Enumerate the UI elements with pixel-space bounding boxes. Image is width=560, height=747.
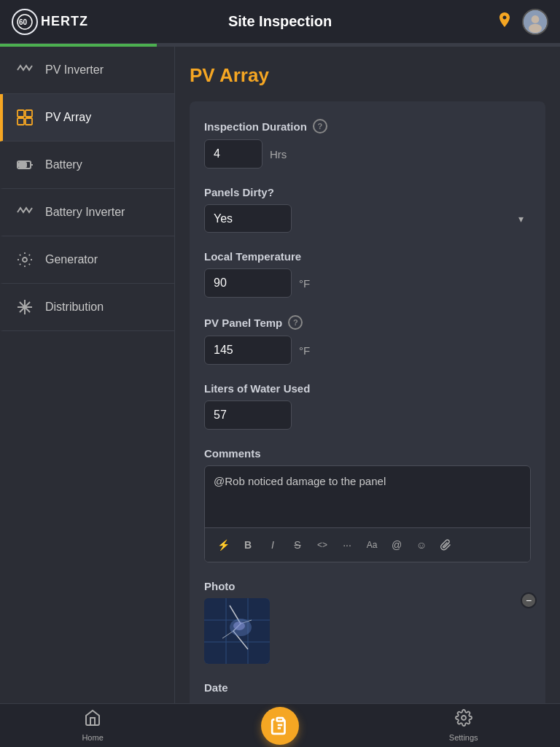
nav-item-settings[interactable]: Settings xyxy=(449,709,478,742)
main-content: PV Array Inspection Duration ? Hrs Panel… xyxy=(175,47,560,703)
field-photo: Photo xyxy=(204,580,531,664)
chevron-down-icon: ▾ xyxy=(518,213,524,225)
distribution-icon xyxy=(15,297,35,317)
field-label-date: Date xyxy=(204,681,531,694)
toolbar-font-button[interactable]: Aa xyxy=(361,534,383,556)
toolbar-bolt-button[interactable]: ⚡ xyxy=(212,534,234,556)
page-title: PV Array xyxy=(190,64,545,87)
svg-rect-7 xyxy=(18,118,24,125)
svg-point-3 xyxy=(532,15,540,23)
field-inspection-duration: Inspection Duration ? Hrs xyxy=(204,119,531,169)
toolbar-attach-button[interactable] xyxy=(435,534,457,556)
field-row-inspection-duration: Hrs xyxy=(204,139,531,169)
svg-rect-11 xyxy=(19,163,26,167)
field-panels-dirty: Panels Dirty? Yes No ▾ xyxy=(204,186,531,233)
field-liters-water: Liters of Water Used xyxy=(204,382,531,430)
svg-rect-8 xyxy=(26,118,32,125)
comments-box: @Rob noticed damage to the panel ⚡ B I S… xyxy=(204,465,531,562)
svg-rect-28 xyxy=(277,718,284,721)
field-label-liters-water: Liters of Water Used xyxy=(204,382,531,395)
svg-rect-6 xyxy=(26,110,32,117)
toolbar-emoji-button[interactable]: ☺ xyxy=(411,534,432,556)
photo-container: − xyxy=(204,598,531,664)
sidebar-item-pv-inverter[interactable]: PV Inverter xyxy=(0,47,174,94)
page-header-title: Site Inspection xyxy=(228,13,332,30)
field-label-pv-panel-temp: PV Panel Temp ? xyxy=(204,315,531,330)
main-layout: PV Inverter PV Array Batter xyxy=(0,47,560,703)
sidebar-item-label: Battery xyxy=(45,158,82,171)
sidebar-item-pv-array[interactable]: PV Array xyxy=(0,94,174,142)
app-header: 60 HERTZ Site Inspection xyxy=(0,0,560,44)
panels-dirty-select-wrapper: Yes No ▾ xyxy=(204,204,531,233)
toolbar-code-button[interactable]: <> xyxy=(311,534,333,556)
sidebar-item-battery-inverter[interactable]: Battery Inverter xyxy=(0,189,174,236)
field-local-temperature: Local Temperature °F xyxy=(204,250,531,298)
sidebar-item-label: PV Inverter xyxy=(45,63,104,77)
pv-inverter-icon xyxy=(15,60,35,80)
toolbar-strikethrough-button[interactable]: S xyxy=(287,534,308,556)
help-icon-pv-panel-temp[interactable]: ? xyxy=(288,315,303,330)
svg-point-23 xyxy=(233,622,245,630)
field-label-panels-dirty: Panels Dirty? xyxy=(204,186,531,198)
comments-textarea[interactable]: @Rob noticed damage to the panel xyxy=(205,466,530,525)
toolbar-bold-button[interactable]: B xyxy=(237,534,259,556)
generator-icon xyxy=(15,249,35,270)
local-temperature-input[interactable] xyxy=(204,268,292,298)
sidebar-item-label: Battery Inverter xyxy=(45,206,125,219)
field-row-liters-water xyxy=(204,400,531,430)
help-icon-inspection[interactable]: ? xyxy=(313,119,327,133)
battery-inverter-icon xyxy=(15,202,35,222)
nav-label-settings: Settings xyxy=(449,733,478,742)
svg-point-4 xyxy=(529,23,542,32)
field-row-local-temperature: °F xyxy=(204,268,531,298)
photo-thumbnail xyxy=(204,598,270,664)
sidebar-item-battery[interactable]: Battery xyxy=(0,142,174,189)
header-actions xyxy=(496,9,548,35)
field-label-comments: Comments xyxy=(204,447,531,460)
bottom-nav: Home Sites Settings xyxy=(0,703,560,747)
location-icon[interactable] xyxy=(496,11,513,33)
home-icon xyxy=(84,709,101,731)
battery-icon xyxy=(15,155,35,175)
nav-item-home[interactable]: Home xyxy=(82,709,103,742)
sidebar-item-label: Distribution xyxy=(45,301,104,314)
sidebar-item-distribution[interactable]: Distribution xyxy=(0,284,174,331)
toolbar-more-button[interactable]: ··· xyxy=(336,534,358,556)
remove-photo-button[interactable]: − xyxy=(521,592,537,608)
sidebar-item-generator[interactable]: Generator xyxy=(0,236,174,284)
toolbar-italic-button[interactable]: I xyxy=(262,534,284,556)
svg-text:60: 60 xyxy=(19,18,28,26)
field-label-inspection-duration: Inspection Duration ? xyxy=(204,119,531,133)
logo-text: HERTZ xyxy=(41,14,88,29)
pv-array-icon xyxy=(15,107,35,128)
settings-icon xyxy=(455,709,472,731)
inspection-duration-unit: Hrs xyxy=(270,148,287,160)
fab-button[interactable] xyxy=(261,707,299,745)
field-pv-panel-temp: PV Panel Temp ? °F xyxy=(204,315,531,365)
field-comments: Comments @Rob noticed damage to the pane… xyxy=(204,447,531,562)
logo-icon: 60 xyxy=(12,9,38,35)
svg-rect-5 xyxy=(18,110,24,117)
comments-toolbar: ⚡ B I S <> ··· Aa @ ☺ xyxy=(205,527,530,562)
panels-dirty-select[interactable]: Yes No xyxy=(204,204,292,233)
sidebar-item-label: Generator xyxy=(45,253,98,266)
form-card: Inspection Duration ? Hrs Panels Dirty? … xyxy=(190,101,545,703)
logo: 60 HERTZ xyxy=(12,9,88,35)
svg-point-31 xyxy=(462,716,466,720)
field-label-local-temperature: Local Temperature xyxy=(204,250,531,263)
nav-label-home: Home xyxy=(82,733,103,742)
pv-panel-temp-input[interactable] xyxy=(204,336,292,365)
svg-point-12 xyxy=(23,258,27,262)
field-row-pv-panel-temp: °F xyxy=(204,336,531,365)
liters-water-input[interactable] xyxy=(204,400,292,430)
sidebar-item-label: PV Array xyxy=(45,111,91,124)
inspection-duration-input[interactable] xyxy=(204,139,262,169)
avatar[interactable] xyxy=(522,9,548,35)
field-date: Date xyxy=(204,681,531,694)
toolbar-mention-button[interactable]: @ xyxy=(386,534,408,556)
sidebar: PV Inverter PV Array Batter xyxy=(0,47,175,703)
field-label-photo: Photo xyxy=(204,580,531,592)
pv-panel-temp-unit: °F xyxy=(299,344,310,357)
local-temperature-unit: °F xyxy=(299,277,310,290)
